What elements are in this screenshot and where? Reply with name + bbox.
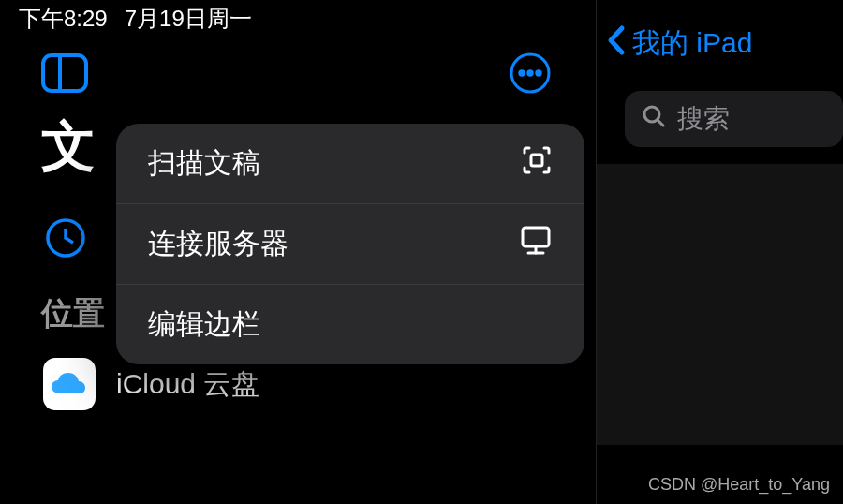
search-input[interactable]: 搜索 (625, 91, 843, 147)
sidebar-toggle-icon[interactable] (41, 53, 88, 93)
sidebar-item-label: iCloud 云盘 (116, 365, 259, 404)
chevron-left-icon (606, 24, 627, 63)
svg-point-4 (528, 71, 532, 75)
status-bar: 下午8:29 7月19日周一 (0, 0, 596, 34)
svg-point-3 (520, 71, 524, 75)
popover-item-edit-sidebar[interactable]: 编辑边栏 (116, 284, 584, 364)
sidebar-toolbar (0, 34, 596, 94)
sidebar-pane: 下午8:29 7月19日周一 文 位置 (0, 0, 596, 504)
watermark: CSDN @Heart_to_Yang (648, 475, 830, 495)
popover-item-connect-server[interactable]: 连接服务器 (116, 203, 584, 284)
more-menu-icon[interactable] (510, 52, 551, 94)
popover-item-scan[interactable]: 扫描文稿 (116, 124, 584, 203)
popover-item-label: 连接服务器 (148, 225, 288, 263)
status-date: 7月19日周一 (125, 4, 252, 34)
back-label: 我的 iPad (632, 24, 752, 63)
search-placeholder: 搜索 (677, 101, 730, 137)
status-time: 下午8:29 (19, 4, 108, 34)
popover-item-label: 扫描文稿 (148, 144, 260, 183)
context-popover: 扫描文稿 连接服务器 编辑边栏 (116, 124, 584, 364)
svg-rect-7 (531, 155, 542, 166)
server-icon (519, 225, 553, 263)
section-label: 位置 (41, 292, 105, 335)
svg-rect-0 (43, 55, 86, 91)
svg-line-12 (658, 120, 663, 126)
content-pane: 我的 iPad 搜索 CSDN @Heart_to_Yang (596, 0, 843, 504)
back-button[interactable]: 我的 iPad (597, 0, 843, 63)
svg-rect-8 (523, 228, 549, 246)
content-area (597, 164, 843, 445)
svg-point-5 (537, 71, 540, 75)
search-icon (642, 104, 666, 135)
scan-icon (521, 144, 553, 183)
icloud-icon (43, 358, 96, 410)
popover-item-label: 编辑边栏 (148, 305, 260, 344)
